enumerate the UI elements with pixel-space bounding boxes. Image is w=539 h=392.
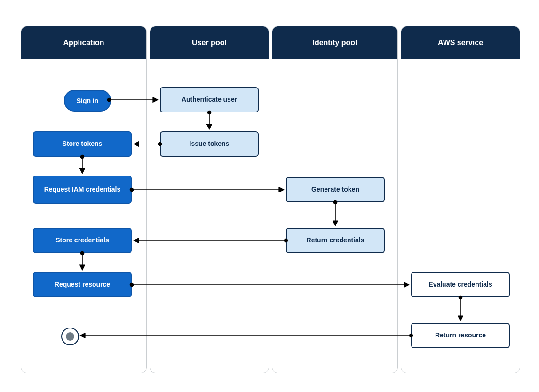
end-node-inner: [66, 332, 74, 341]
node-request-resource: Request resource: [33, 272, 132, 297]
node-sign-in: Sign in: [64, 90, 111, 112]
lane-user-pool: User pool: [150, 26, 269, 373]
node-authenticate-user: Authenticate user: [160, 87, 259, 112]
end-node-icon: [61, 328, 79, 345]
lane-header-aws-service: AWS service: [401, 26, 520, 59]
node-generate-token: Generate token: [286, 177, 385, 202]
node-request-iam: Request IAM credentials: [33, 176, 132, 204]
diagram-canvas: Application User pool Identity pool AWS …: [0, 0, 539, 392]
lane-header-user-pool: User pool: [150, 26, 269, 59]
lane-header-identity-pool: Identity pool: [272, 26, 397, 59]
node-issue-tokens: Issue tokens: [160, 131, 259, 157]
node-store-credentials: Store credentials: [33, 228, 132, 253]
node-return-resource: Return resource: [411, 323, 510, 348]
node-evaluate-credentials: Evaluate credentials: [411, 272, 510, 297]
lane-header-application: Application: [21, 26, 146, 59]
node-store-tokens: Store tokens: [33, 131, 132, 157]
lane-aws-service: AWS service: [401, 26, 520, 373]
node-return-credentials: Return credentials: [286, 228, 385, 253]
